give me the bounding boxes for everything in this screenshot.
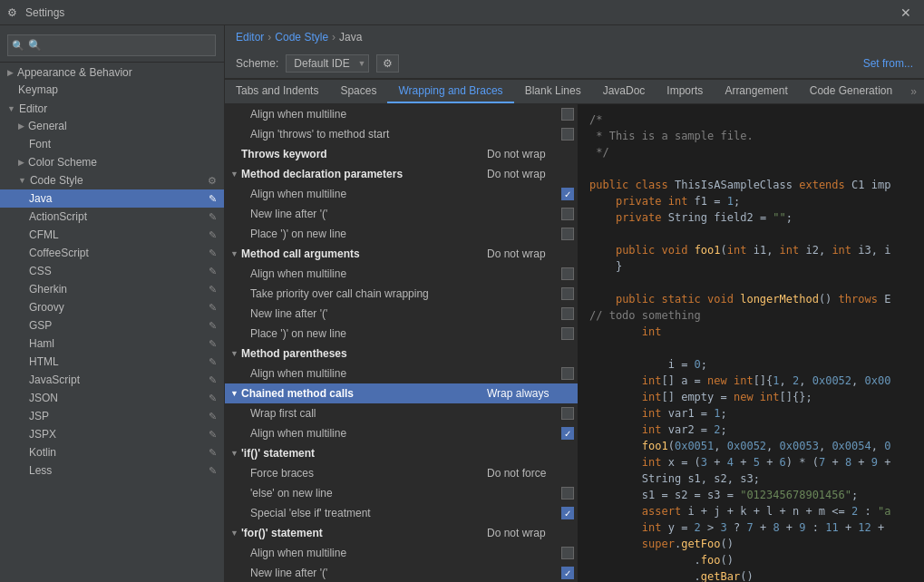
sidebar-item-label: Groovy: [29, 301, 64, 314]
expand-icon[interactable]: ▼: [230, 349, 241, 358]
row-align-multiline-2: Align when multiline: [225, 184, 578, 204]
tab-spaces[interactable]: Spaces: [329, 80, 387, 103]
sidebar-item-codestyle[interactable]: ▼ Code Style ⚙: [0, 171, 224, 189]
edit-icon: ✎: [209, 447, 217, 459]
header-area: Editor › Code Style › Java Scheme: Defau…: [225, 25, 924, 80]
sidebar-item-label: Code Style: [30, 174, 83, 187]
sidebar-item-general[interactable]: ▶ General: [0, 117, 224, 135]
tab-javadoc[interactable]: JavaDoc: [592, 80, 657, 103]
sidebar-item-label: Appearance & Behavior: [17, 66, 132, 79]
sidebar-item-keymap[interactable]: Keymap: [0, 81, 224, 99]
row-chained-method-calls[interactable]: ▼ Chained method calls Wrap always: [225, 383, 578, 403]
breadcrumb-codestyle[interactable]: Code Style: [275, 31, 328, 44]
sidebar-item-colorscheme[interactable]: ▶ Color Scheme: [0, 153, 224, 171]
sidebar-item-gsp[interactable]: GSP ✎: [0, 316, 224, 335]
checkbox-take-priority[interactable]: [561, 287, 574, 300]
sidebar-item-json[interactable]: JSON ✎: [0, 389, 224, 407]
checkbox-new-line-lparen-2[interactable]: [561, 307, 574, 320]
sidebar-item-cfml[interactable]: CFML ✎: [0, 226, 224, 244]
expand-icon[interactable]: ▼: [230, 249, 241, 258]
sidebar-item-html[interactable]: HTML ✎: [0, 353, 224, 371]
edit-icon: ✎: [209, 411, 217, 422]
sidebar-item-gherkin[interactable]: Gherkin ✎: [0, 280, 224, 298]
sidebar-item-label: JavaScript: [29, 373, 80, 386]
sidebar-item-editor[interactable]: ▼ Editor: [0, 99, 224, 117]
tab-tabs-indents[interactable]: Tabs and Indents: [225, 80, 329, 103]
row-for-statement: ▼ 'for()' statement Do not wrap: [225, 523, 578, 543]
sidebar-item-font[interactable]: Font: [0, 135, 224, 153]
sidebar-item-actionscript[interactable]: ActionScript ✎: [0, 208, 224, 226]
tab-imports[interactable]: Imports: [656, 80, 714, 103]
search-icon: 🔍: [12, 40, 24, 52]
sidebar-item-groovy[interactable]: Groovy ✎: [0, 298, 224, 316]
checkbox-align-multiline-2[interactable]: [561, 188, 574, 200]
sidebar-item-coffeescript[interactable]: CoffeeScript ✎: [0, 244, 224, 262]
edit-icon: ✎: [209, 193, 217, 205]
edit-icon: ✎: [209, 429, 217, 441]
sidebar-item-label: HTML: [29, 355, 59, 368]
checkbox-place-rparen-1[interactable]: [561, 228, 574, 240]
sidebar-item-label: JSPX: [29, 428, 56, 441]
search-input[interactable]: [7, 34, 216, 56]
sidebar-item-label: Kotlin: [29, 446, 56, 459]
tab-wrapping[interactable]: Wrapping and Braces: [387, 80, 513, 103]
edit-icon: ✎: [209, 393, 217, 404]
tab-blank-lines[interactable]: Blank Lines: [514, 80, 592, 103]
sidebar-item-label: Editor: [19, 102, 47, 115]
checkbox-align-multiline-3[interactable]: [561, 267, 574, 280]
sidebar-item-jspx[interactable]: JSPX ✎: [0, 425, 224, 443]
close-button[interactable]: ✕: [895, 4, 917, 22]
row-wrap-first-call: Wrap first call: [225, 403, 578, 423]
arrow-icon: ▼: [7, 104, 15, 113]
breadcrumb-editor[interactable]: Editor: [236, 31, 264, 44]
sidebar-item-label: GSP: [29, 319, 52, 332]
row-new-line-lparen-for: New line after '(': [225, 563, 578, 582]
checkbox-place-rparen-2[interactable]: [561, 327, 574, 340]
checkbox-align-throws[interactable]: [561, 128, 574, 141]
checkbox-new-line-for[interactable]: [561, 567, 574, 579]
checkbox-new-line-lparen-1[interactable]: [561, 208, 574, 220]
checkbox-special-else-if[interactable]: [561, 507, 574, 519]
sidebar-item-appearance[interactable]: ▶ Appearance & Behavior: [0, 63, 224, 81]
expand-icon[interactable]: ▼: [230, 170, 241, 179]
row-place-rparen-1: Place ')' on new line: [225, 224, 578, 244]
scheme-select[interactable]: Default IDE: [286, 54, 369, 73]
checkbox-align-multiline-for[interactable]: [561, 547, 574, 559]
expand-icon[interactable]: ▼: [230, 529, 241, 538]
edit-icon: ✎: [209, 266, 217, 277]
breadcrumb-java: Java: [339, 31, 362, 44]
edit-icon: ✎: [209, 338, 217, 350]
sidebar-item-label: Color Scheme: [28, 156, 97, 169]
sidebar-item-css[interactable]: CSS ✎: [0, 262, 224, 280]
breadcrumb: Editor › Code Style › Java: [225, 25, 924, 49]
body-container: 🔍 ▶ Appearance & Behavior Keymap ▼ Edito…: [0, 25, 924, 582]
expand-icon[interactable]: ▼: [230, 449, 241, 458]
row-place-rparen-2: Place ')' on new line: [225, 324, 578, 344]
sidebar-item-haml[interactable]: Haml ✎: [0, 335, 224, 353]
sidebar-item-kotlin[interactable]: Kotlin ✎: [0, 443, 224, 461]
row-new-line-lparen-2: New line after '(': [225, 304, 578, 324]
row-align-multiline-3: Align when multiline: [225, 264, 578, 284]
sidebar-item-javascript[interactable]: JavaScript ✎: [0, 371, 224, 389]
expand-icon[interactable]: ▼: [230, 389, 241, 398]
search-wrapper: 🔍: [7, 34, 216, 56]
checkbox-align-multiline-5[interactable]: [561, 427, 574, 440]
sidebar-item-java[interactable]: Java ✎: [0, 189, 224, 208]
sidebar-item-jsp[interactable]: JSP ✎: [0, 407, 224, 425]
edit-icon: ✎: [209, 302, 217, 314]
sidebar-item-label: CoffeeScript: [29, 247, 89, 259]
settings-icon: ⚙: [7, 6, 20, 19]
edit-icon: ✎: [209, 356, 217, 368]
scheme-gear-button[interactable]: ⚙: [376, 54, 399, 73]
search-area: 🔍: [0, 29, 224, 63]
tab-arrangement[interactable]: Arrangement: [714, 80, 798, 103]
tab-overflow[interactable]: »: [903, 81, 924, 102]
checkbox-wrap-first-call[interactable]: [561, 407, 574, 420]
tab-code-generation[interactable]: Code Generation: [799, 80, 903, 103]
checkbox-align-multiline-4[interactable]: [561, 367, 574, 380]
checkbox-align-multiline-1[interactable]: [561, 108, 574, 121]
checkbox-else-new-line[interactable]: [561, 487, 574, 500]
set-from-link[interactable]: Set from...: [863, 57, 913, 70]
row-if-statement: ▼ 'if()' statement: [225, 443, 578, 463]
sidebar-item-less[interactable]: Less ✎: [0, 461, 224, 480]
